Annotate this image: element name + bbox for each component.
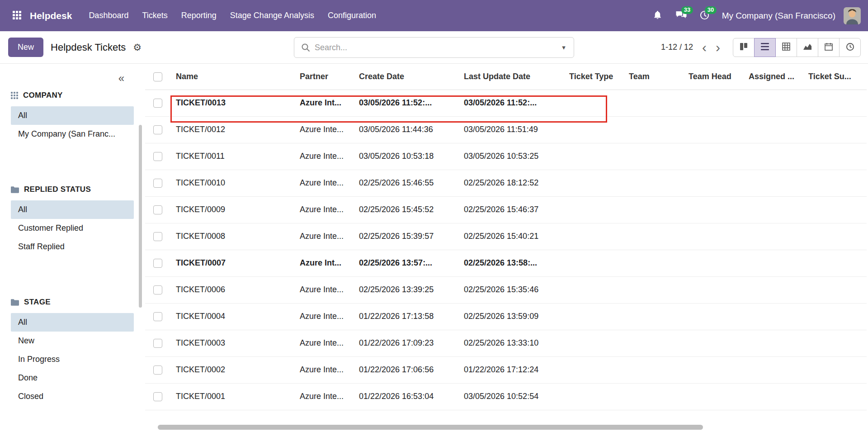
cell-name[interactable]: TICKET/0002 (172, 356, 296, 383)
cell-ticket-subject[interactable] (805, 276, 867, 303)
table-row[interactable]: TICKET/0004 Azure Inte... 01/22/2026 17:… (145, 303, 867, 330)
cell-assigned[interactable] (745, 116, 805, 143)
table-row[interactable]: TICKET/0007 Azure Int... 02/25/2026 13:5… (145, 250, 867, 276)
cell-partner[interactable]: Azure Inte... (296, 330, 355, 356)
apps-menu-button[interactable] (7, 6, 26, 25)
cell-ticket-type[interactable] (566, 116, 625, 143)
cell-last-update-date[interactable]: 02/25/2026 13:33:10 (460, 330, 566, 356)
cell-partner[interactable]: Azure Int... (296, 250, 355, 276)
user-avatar[interactable] (844, 7, 861, 24)
column-team-head[interactable]: Team Head (685, 64, 745, 90)
view-switch-activity[interactable] (839, 38, 861, 57)
cell-create-date[interactable]: 01/22/2026 17:13:58 (355, 303, 460, 330)
column-assigned-[interactable]: Assigned ... (745, 64, 805, 90)
cell-team-head[interactable] (685, 170, 745, 196)
cell-name[interactable]: TICKET/0006 (172, 276, 296, 303)
cell-ticket-type[interactable] (566, 143, 625, 170)
cell-assigned[interactable] (745, 170, 805, 196)
table-row[interactable]: TICKET/0011 Azure Inte... 03/05/2026 10:… (145, 143, 867, 170)
cell-ticket-subject[interactable] (805, 170, 867, 196)
cell-team[interactable] (625, 276, 685, 303)
column-ticket-su-[interactable]: Ticket Su... (805, 64, 867, 90)
cell-team[interactable] (625, 356, 685, 383)
cell-team[interactable] (625, 116, 685, 143)
row-checkbox[interactable] (153, 366, 162, 375)
cell-assigned[interactable] (745, 303, 805, 330)
cell-create-date[interactable]: 02/25/2026 15:39:57 (355, 223, 460, 250)
filter-item[interactable]: All (11, 200, 134, 219)
row-checkbox[interactable] (153, 232, 162, 241)
cell-assigned[interactable] (745, 330, 805, 356)
cell-ticket-subject[interactable] (805, 196, 867, 223)
cell-create-date[interactable]: 03/05/2026 11:44:36 (355, 116, 460, 143)
new-button[interactable]: New (8, 38, 43, 57)
cell-last-update-date[interactable]: 01/22/2026 17:12:24 (460, 356, 566, 383)
cell-name[interactable]: TICKET/0003 (172, 330, 296, 356)
view-switch-calendar[interactable] (818, 38, 840, 57)
table-row[interactable]: TICKET/0003 Azure Inte... 01/22/2026 17:… (145, 330, 867, 356)
cell-name[interactable]: TICKET/0004 (172, 303, 296, 330)
view-switch-kanban[interactable] (733, 38, 755, 57)
search-dropdown-caret-icon[interactable]: ▾ (554, 38, 574, 57)
cell-team-head[interactable] (685, 90, 745, 116)
cell-team-head[interactable] (685, 116, 745, 143)
cell-partner[interactable]: Azure Inte... (296, 223, 355, 250)
company-switcher[interactable]: My Company (San Francisco) (722, 11, 835, 21)
view-switch-list[interactable] (754, 38, 776, 57)
cell-team[interactable] (625, 250, 685, 276)
cell-ticket-type[interactable] (566, 276, 625, 303)
cell-create-date[interactable]: 02/25/2026 15:45:52 (355, 196, 460, 223)
cell-last-update-date[interactable]: 03/05/2026 11:52:... (460, 90, 566, 116)
cell-partner[interactable]: Azure Inte... (296, 196, 355, 223)
cell-assigned[interactable] (745, 223, 805, 250)
column-last-update-date[interactable]: Last Update Date (460, 64, 566, 90)
cell-ticket-subject[interactable] (805, 90, 867, 116)
pager-prev-icon[interactable]: ‹ (698, 42, 710, 53)
menu-stage-change-analysis[interactable]: Stage Change Analysis (223, 6, 321, 25)
row-checkbox[interactable] (153, 339, 162, 348)
view-switch-pivot[interactable] (775, 38, 797, 57)
cell-ticket-subject[interactable] (805, 303, 867, 330)
column-partner[interactable]: Partner (296, 64, 355, 90)
cell-last-update-date[interactable]: 02/25/2026 13:59:09 (460, 303, 566, 330)
cell-partner[interactable]: Azure Inte... (296, 170, 355, 196)
cell-create-date[interactable]: 02/25/2026 15:46:55 (355, 170, 460, 196)
select-all-checkbox[interactable] (153, 72, 162, 81)
messages-button[interactable]: 33 (671, 6, 691, 26)
cell-partner[interactable]: Azure Inte... (296, 356, 355, 383)
cell-last-update-date[interactable]: 03/05/2026 11:51:49 (460, 116, 566, 143)
cell-ticket-type[interactable] (566, 356, 625, 383)
table-row[interactable]: TICKET/0001 Azure Inte... 01/22/2026 16:… (145, 383, 867, 410)
sidebar-scrollbar[interactable] (139, 125, 142, 308)
table-row[interactable]: TICKET/0006 Azure Inte... 02/25/2026 13:… (145, 276, 867, 303)
cell-create-date[interactable]: 02/25/2026 13:39:25 (355, 276, 460, 303)
cell-create-date[interactable]: 03/05/2026 10:53:18 (355, 143, 460, 170)
cell-team-head[interactable] (685, 303, 745, 330)
cell-team[interactable] (625, 223, 685, 250)
cell-ticket-subject[interactable] (805, 143, 867, 170)
cell-ticket-type[interactable] (566, 303, 625, 330)
cell-team-head[interactable] (685, 196, 745, 223)
cell-ticket-subject[interactable] (805, 383, 867, 410)
cell-create-date[interactable]: 01/22/2026 17:06:56 (355, 356, 460, 383)
cell-create-date[interactable]: 02/25/2026 13:57:... (355, 250, 460, 276)
cell-assigned[interactable] (745, 383, 805, 410)
table-row[interactable]: TICKET/0010 Azure Inte... 02/25/2026 15:… (145, 170, 867, 196)
cell-ticket-subject[interactable] (805, 356, 867, 383)
filter-item[interactable]: Closed (11, 387, 134, 406)
row-checkbox[interactable] (153, 125, 162, 134)
table-row[interactable]: TICKET/0012 Azure Inte... 03/05/2026 11:… (145, 116, 867, 143)
filter-item[interactable]: Customer Replied (11, 219, 134, 237)
cell-team[interactable] (625, 303, 685, 330)
cell-partner[interactable]: Azure Inte... (296, 116, 355, 143)
cell-name[interactable]: TICKET/0001 (172, 383, 296, 410)
cell-team-head[interactable] (685, 250, 745, 276)
cell-team-head[interactable] (685, 330, 745, 356)
filter-item[interactable]: All (11, 106, 134, 125)
cell-name[interactable]: TICKET/0009 (172, 196, 296, 223)
table-row[interactable]: TICKET/0013 Azure Int... 03/05/2026 11:5… (145, 90, 867, 116)
cell-ticket-subject[interactable] (805, 223, 867, 250)
cell-ticket-subject[interactable] (805, 330, 867, 356)
cell-ticket-type[interactable] (566, 196, 625, 223)
row-checkbox[interactable] (153, 285, 162, 294)
